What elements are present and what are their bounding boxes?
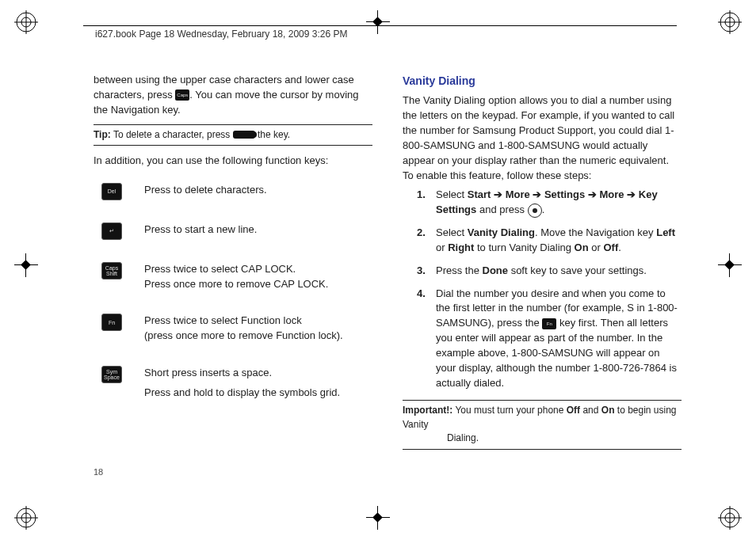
sym-desc-1: Short press inserts a space. bbox=[144, 366, 372, 381]
s2b: . Move the Navigation key bbox=[535, 226, 656, 238]
fn-desc: Press twice to select Function lock (pre… bbox=[144, 314, 372, 344]
s2-right: Right bbox=[448, 241, 474, 253]
vanity-intro: The Vanity Dialing option allows you to … bbox=[403, 93, 682, 183]
del-desc: Press to delete characters. bbox=[144, 183, 372, 198]
s2-on: On bbox=[575, 241, 589, 253]
arrow-icon: ➔ bbox=[627, 188, 639, 200]
step-4-num: 4. bbox=[417, 287, 436, 391]
important-label: Important!: bbox=[403, 405, 452, 416]
arrow-icon: ➔ bbox=[494, 188, 506, 200]
step-3: 3. Press the Done soft key to save your … bbox=[417, 264, 682, 279]
arrow-icon: ➔ bbox=[588, 188, 600, 200]
arrow-icon: ➔ bbox=[533, 188, 544, 200]
tip-text-after: the key. bbox=[255, 129, 290, 140]
steps-list: 1. Select Start ➔ More ➔ Settings ➔ More… bbox=[417, 188, 682, 390]
s2-vd: Vanity Dialing bbox=[468, 226, 535, 238]
crop-mark-bottom-left bbox=[14, 506, 38, 530]
s1-settings: Settings bbox=[544, 188, 585, 200]
step-2-text: Select Vanity Dialing. Move the Navigati… bbox=[436, 226, 682, 256]
step-4-text: Dial the number you desire and when you … bbox=[436, 287, 682, 391]
step-1-num: 1. bbox=[417, 188, 436, 218]
tip-box: Tip: To delete a character, press the ke… bbox=[94, 124, 372, 146]
s1-more2: More bbox=[599, 188, 624, 200]
imp-off: Off bbox=[567, 405, 580, 416]
vanity-dialing-heading: Vanity Dialing bbox=[403, 73, 682, 89]
s1-start: Start bbox=[468, 188, 491, 200]
right-column: Vanity Dialing The Vanity Dialing option… bbox=[403, 73, 682, 477]
fn-desc-1: Press twice to select Function lock bbox=[144, 314, 372, 329]
caps-desc: Press twice to select CAP LOCK. Press on… bbox=[144, 262, 372, 292]
fn-desc-2: (press once more to remove Function lock… bbox=[144, 329, 372, 344]
fn-key-icon-inline: Fn bbox=[542, 318, 556, 329]
edge-mark-top bbox=[366, 10, 390, 34]
sym-space-key-icon: Sym Space bbox=[101, 366, 122, 383]
caps-shift-key-icon: Caps Shift bbox=[101, 262, 122, 280]
delete-longkey-icon bbox=[233, 131, 255, 139]
s1-more1: More bbox=[506, 188, 530, 200]
page-number: 18 bbox=[94, 467, 103, 477]
s2e: or bbox=[589, 241, 604, 253]
sym-desc-2: Press and hold to display the symbols gr… bbox=[144, 386, 372, 401]
s2-off: Off bbox=[603, 241, 618, 253]
s2-left: Left bbox=[656, 226, 675, 238]
sym-desc: Short press inserts a space. Press and h… bbox=[144, 366, 372, 401]
crop-mark-bottom-right bbox=[718, 506, 742, 530]
step-2-num: 2. bbox=[417, 226, 436, 256]
caps-desc-2: Press once more to remove CAP LOCK. bbox=[144, 277, 372, 292]
step-1: 1. Select Start ➔ More ➔ Settings ➔ More… bbox=[417, 188, 682, 218]
s2c: or bbox=[436, 241, 448, 253]
step-3-text: Press the Done soft key to save your set… bbox=[436, 264, 682, 279]
imp-b: and bbox=[580, 405, 601, 416]
s1b: and press bbox=[479, 203, 528, 215]
imp-d: Dialing. bbox=[447, 432, 682, 445]
tip-text-before: To delete a character, press bbox=[111, 129, 233, 140]
imp-a: You must turn your phone bbox=[452, 405, 566, 416]
del-key-icon: Del bbox=[101, 183, 122, 200]
crop-mark-top-left bbox=[14, 10, 38, 34]
crop-mark-top-right bbox=[718, 10, 742, 34]
step-2: 2. Select Vanity Dialing. Move the Navig… bbox=[417, 226, 682, 256]
s1a: Select bbox=[436, 188, 468, 200]
step-4: 4. Dial the number you desire and when y… bbox=[417, 287, 682, 391]
fn-row-sym: Sym Space Short press inserts a space. P… bbox=[94, 366, 372, 401]
important-box: Important!: You must turn your phone Off… bbox=[403, 400, 682, 449]
s3-done: Done bbox=[483, 264, 509, 276]
edge-mark-right bbox=[718, 253, 742, 277]
header-rule bbox=[83, 25, 677, 26]
caps-desc-1: Press twice to select CAP LOCK. bbox=[144, 262, 372, 277]
addition-para: In addition, you can use the following f… bbox=[94, 154, 372, 169]
tip-label: Tip: bbox=[94, 129, 111, 140]
left-column: between using the upper case characters … bbox=[94, 73, 372, 477]
s2f: . bbox=[618, 241, 621, 253]
enter-key-icon: ↵ bbox=[101, 222, 122, 240]
edge-mark-bottom bbox=[366, 506, 390, 530]
edge-mark-left bbox=[14, 253, 38, 277]
fn-key-icon: Fn bbox=[101, 314, 122, 331]
fn-row-delete: Del Press to delete characters. bbox=[94, 183, 372, 200]
function-key-table: Del Press to delete characters. ↵ Press … bbox=[94, 183, 372, 401]
intro-para: between using the upper case characters … bbox=[94, 73, 372, 118]
s3a: Press the bbox=[436, 264, 483, 276]
s2d: to turn Vanity Dialing bbox=[474, 241, 574, 253]
page-content: between using the upper case characters … bbox=[94, 73, 682, 477]
s3b: soft key to save your settings. bbox=[508, 264, 647, 276]
step-3-num: 3. bbox=[417, 264, 436, 279]
step-1-text: Select Start ➔ More ➔ Settings ➔ More ➔ … bbox=[436, 188, 682, 218]
s1c: . bbox=[542, 203, 545, 215]
caps-key-icon: Caps bbox=[175, 89, 189, 101]
enter-desc: Press to start a new line. bbox=[144, 222, 372, 238]
ok-button-icon bbox=[528, 203, 542, 218]
header-text: i627.book Page 18 Wednesday, February 18… bbox=[95, 29, 347, 40]
s2a: Select bbox=[436, 226, 468, 238]
fn-row-enter: ↵ Press to start a new line. bbox=[94, 222, 372, 240]
fn-row-caps: Caps Shift Press twice to select CAP LOC… bbox=[94, 262, 372, 292]
fn-row-fn: Fn Press twice to select Function lock (… bbox=[94, 314, 372, 344]
imp-on: On bbox=[601, 405, 615, 416]
